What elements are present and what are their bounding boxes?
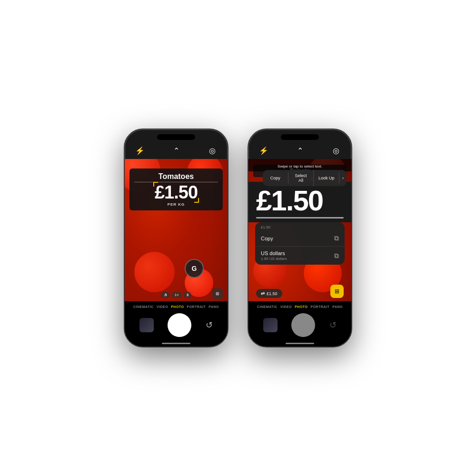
shutter-button-2[interactable] bbox=[291, 313, 315, 337]
zoom-controls-1: .5 1× 3 bbox=[161, 292, 191, 298]
shutter-button-1[interactable] bbox=[168, 313, 191, 337]
currency-pill-text: £1.50 bbox=[267, 291, 278, 296]
dropdown-item-copy[interactable]: Copy ⧉ bbox=[255, 230, 345, 247]
mode-portrait-1[interactable]: PORTRAIT bbox=[187, 305, 206, 308]
zoom-btn-0.5[interactable]: .5 bbox=[161, 292, 170, 298]
currency-icon: ⇄ bbox=[261, 291, 265, 296]
context-menu: Copy Select All Look Up › bbox=[263, 170, 347, 186]
mode-cinematic-1[interactable]: CINEMATIC bbox=[133, 305, 154, 308]
hint-text: Swipe or tap to select text. bbox=[278, 164, 322, 169]
flash-icon-1[interactable]: ⚡ bbox=[133, 144, 147, 157]
settings-icon-2[interactable]: ◎ bbox=[329, 144, 343, 157]
copy-icon: ⧉ bbox=[334, 234, 339, 242]
mode-video-1[interactable]: VIDEO bbox=[157, 305, 168, 308]
camera-top-bar-2: ⚡ ⌃ ◎ bbox=[248, 144, 351, 157]
sign-price-1: £1.50 bbox=[155, 183, 198, 201]
rotate-icon-1[interactable]: ↺ bbox=[206, 320, 213, 330]
home-indicator-2 bbox=[286, 343, 314, 344]
magnifier-1: G bbox=[185, 259, 204, 278]
mode-cinematic-2[interactable]: CINEMATIC bbox=[257, 305, 278, 308]
mode-pano-1[interactable]: PANO bbox=[208, 305, 219, 308]
price-display-area: £1.50 bbox=[248, 182, 351, 222]
sign-board-1: Tomatoes £1.50 PER KG bbox=[129, 169, 223, 210]
dynamic-island-2 bbox=[281, 134, 319, 140]
selection-line bbox=[256, 217, 344, 218]
mode-photo-2[interactable]: PHOTO bbox=[295, 305, 307, 308]
camera-controls-row-2: ↺ bbox=[248, 313, 351, 337]
mode-pano-2[interactable]: PANO bbox=[332, 305, 343, 308]
arrow-icon-1[interactable]: ⌃ bbox=[169, 144, 183, 157]
sign-sub-1: PER KG bbox=[134, 202, 218, 207]
flash-icon-2[interactable]: ⚡ bbox=[257, 144, 270, 157]
thumbnail-1[interactable] bbox=[139, 318, 154, 332]
settings-icon-1[interactable]: ◎ bbox=[206, 144, 219, 157]
phone-1: ⚡ ⌃ ◎ Tomatoes £1.50 PER KG G bbox=[124, 129, 228, 347]
camera-bottom-1: CINEMATIC VIDEO PHOTO PORTRAIT PANO ↺ bbox=[125, 301, 228, 347]
viewfinder-1: Tomatoes £1.50 PER KG G .5 1× 3 ⊞ bbox=[125, 159, 228, 302]
dropdown-header: £1.50 bbox=[255, 222, 345, 230]
zoom-btn-1x[interactable]: 1× bbox=[172, 292, 182, 298]
camera-controls-row-1: ↺ bbox=[125, 313, 228, 337]
sign-title-1: Tomatoes bbox=[134, 172, 218, 181]
copy-icon-2: ⧉ bbox=[334, 252, 339, 260]
mode-video-2[interactable]: VIDEO bbox=[280, 305, 292, 308]
arrow-icon-2[interactable]: ⌃ bbox=[293, 144, 307, 157]
thumbnail-2[interactable] bbox=[263, 318, 278, 332]
dropdown-item-usd[interactable]: US dollars 1.85 US dollars ⧉ bbox=[255, 247, 345, 265]
rotate-icon-2[interactable]: ↺ bbox=[329, 320, 337, 330]
phone-2: ⚡ ⌃ ◎ Swipe or tap to select text. Tomat… bbox=[248, 129, 352, 347]
dropdown-item-usd-labels: US dollars 1.85 US dollars bbox=[261, 250, 287, 261]
camera-top-bar-1: ⚡ ⌃ ◎ bbox=[125, 144, 228, 157]
tomato-background-1: Tomatoes £1.50 PER KG G .5 1× 3 ⊞ bbox=[125, 159, 228, 302]
ctx-look-up[interactable]: Look Up bbox=[314, 172, 339, 184]
camera-bottom-2: CINEMATIC VIDEO PHOTO PORTRAIT PANO ↺ bbox=[248, 301, 351, 347]
camera-modes-2: CINEMATIC VIDEO PHOTO PORTRAIT PANO bbox=[248, 305, 351, 308]
dropdown-panel: £1.50 Copy ⧉ US dollars 1.85 US dollars … bbox=[255, 222, 345, 265]
zoom-btn-3[interactable]: 3 bbox=[184, 292, 191, 298]
live-text-icon-1[interactable]: ⊞ bbox=[212, 288, 223, 299]
home-indicator-1 bbox=[162, 343, 190, 344]
mode-photo-1[interactable]: PHOTO bbox=[171, 305, 184, 308]
price-large: £1.50 bbox=[256, 187, 344, 215]
ctx-more[interactable]: › bbox=[339, 172, 347, 184]
ctx-select-all[interactable]: Select All bbox=[288, 170, 314, 186]
dynamic-island-1 bbox=[157, 134, 195, 140]
live-text-icon-2[interactable]: ⊞ bbox=[330, 285, 344, 298]
currency-pill[interactable]: ⇄ £1.50 bbox=[256, 289, 282, 298]
ctx-copy[interactable]: Copy bbox=[263, 172, 288, 184]
dropdown-item-copy-label: Copy bbox=[261, 236, 273, 241]
camera-modes-1: CINEMATIC VIDEO PHOTO PORTRAIT PANO bbox=[125, 305, 228, 308]
mode-portrait-2[interactable]: PORTRAIT bbox=[310, 305, 329, 308]
